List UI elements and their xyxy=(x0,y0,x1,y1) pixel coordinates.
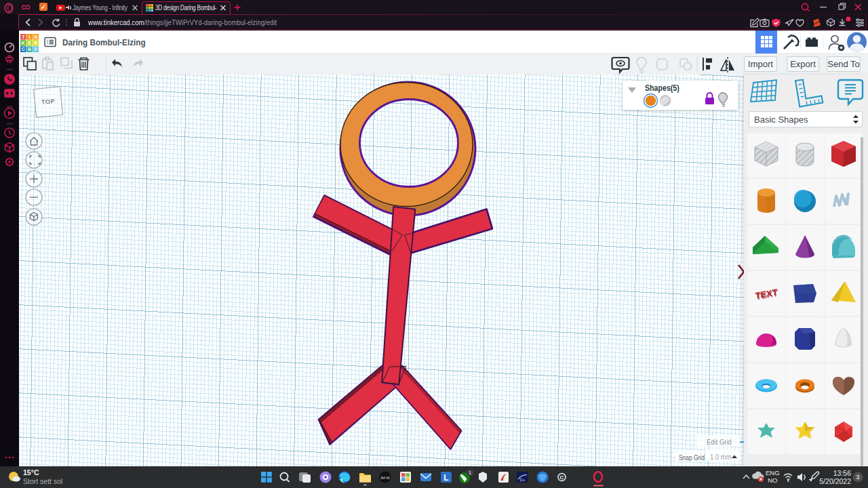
svg-text:E: E xyxy=(28,41,31,45)
svg-text:L: L xyxy=(443,473,448,483)
svg-text:C: C xyxy=(560,474,564,481)
svg-text:K: K xyxy=(22,41,25,45)
svg-text:R: R xyxy=(34,41,37,45)
svg-text:N: N xyxy=(34,35,37,39)
svg-text:IM-M: IM-M xyxy=(380,476,390,480)
svg-text:3: 3 xyxy=(856,474,859,481)
svg-text:I: I xyxy=(29,35,31,39)
svg-text:D+: D+ xyxy=(520,478,526,482)
svg-text:C: C xyxy=(22,47,25,52)
svg-text:A: A xyxy=(28,47,31,52)
svg-text:T: T xyxy=(22,35,25,39)
svg-text:1: 1 xyxy=(469,470,471,476)
svg-text:D: D xyxy=(34,47,37,52)
